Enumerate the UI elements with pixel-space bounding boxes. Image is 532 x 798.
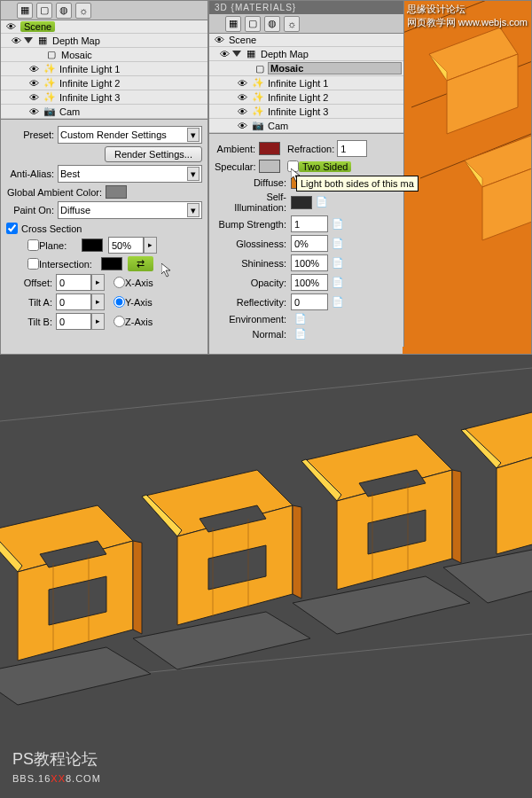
tilta-input[interactable] — [56, 293, 91, 310]
eye-icon[interactable]: 👁 — [234, 106, 250, 117]
eye-icon[interactable]: 👁 — [234, 92, 250, 103]
tiltb-input[interactable] — [56, 313, 91, 330]
3d-viewport[interactable]: PS教程论坛 BBS.16XX8.COM — [0, 355, 532, 798]
material-icon[interactable]: ◍ — [56, 3, 72, 19]
mesh-icon[interactable]: ▢ — [36, 3, 52, 19]
normal-label: Normal: — [215, 329, 291, 340]
stepper-icon[interactable]: ▸ — [91, 313, 105, 330]
stepper-icon[interactable]: ▸ — [91, 293, 105, 310]
gac-swatch[interactable] — [106, 185, 127, 199]
expand-icon[interactable] — [232, 51, 241, 57]
flip-highlight[interactable]: ⇄ — [128, 256, 153, 271]
plane-checkbox[interactable] — [27, 239, 39, 251]
eye-icon[interactable]: 👁 — [3, 21, 19, 32]
specular-swatch[interactable] — [259, 160, 280, 173]
stepper-up-icon[interactable]: ▸ — [144, 237, 157, 254]
filter-icon[interactable]: ▦ — [225, 16, 241, 32]
plane-swatch[interactable] — [82, 239, 103, 252]
texture-menu-icon[interactable]: 📄 — [332, 257, 348, 270]
material-icon: ▢ — [43, 49, 59, 60]
texture-menu-icon[interactable]: 📄 — [332, 296, 348, 309]
light-icon: ✨ — [250, 106, 266, 117]
light3-row[interactable]: 👁 ✨ Infinite Light 3 — [1, 90, 207, 105]
svg-marker-29 — [133, 541, 142, 634]
light-icon[interactable]: ☼ — [75, 3, 91, 19]
antialias-dropdown[interactable]: Best ▾ — [58, 165, 202, 183]
texture-menu-icon[interactable]: 📄 — [294, 313, 310, 325]
stepper-icon[interactable]: ▸ — [91, 274, 105, 291]
eye-icon[interactable]: 👁 — [234, 121, 250, 131]
zaxis-radio[interactable] — [113, 316, 125, 327]
mesh-icon[interactable]: ▢ — [245, 16, 261, 32]
chevron-down-icon: ▾ — [187, 128, 200, 142]
refraction-input[interactable] — [337, 140, 367, 157]
cam-row[interactable]: 👁 📷 Cam — [1, 105, 207, 119]
preset-dropdown[interactable]: Custom Render Settings ▾ — [58, 126, 202, 144]
mosaic-row[interactable]: ▢ Mosaic — [1, 48, 207, 62]
yaxis-label: Y-Axis — [125, 297, 153, 308]
offset-label: Offset: — [17, 278, 56, 288]
specular-label: Specular: — [215, 161, 259, 172]
xaxis-radio[interactable] — [113, 277, 125, 288]
light2-label: Infinite Light 2 — [58, 78, 206, 89]
reflect-input[interactable] — [291, 293, 328, 310]
texture-menu-icon[interactable]: 📄 — [316, 196, 332, 208]
panel-icon-row: ▦ ▢ ◍ ☼ — [209, 14, 403, 34]
filter-icon[interactable]: ▦ — [17, 3, 33, 19]
scene-root-row[interactable]: 👁 Scene — [1, 20, 207, 34]
shine-input[interactable] — [291, 254, 328, 271]
opacity-input[interactable] — [291, 274, 328, 291]
cam-row[interactable]: 👁 📷 Cam — [209, 119, 403, 133]
mosaic-row[interactable]: ▢ Mosaic — [209, 61, 403, 76]
material-icon[interactable]: ◍ — [264, 16, 280, 32]
light2-row[interactable]: 👁 ✨ Infinite Light 2 — [209, 90, 403, 105]
svg-marker-0 — [161, 263, 170, 277]
expand-icon[interactable] — [24, 37, 33, 43]
ambient-swatch[interactable] — [259, 142, 280, 155]
gloss-input[interactable] — [291, 235, 328, 252]
panel-title: 3D {MATERIALS} — [209, 1, 403, 14]
selfillum-swatch[interactable] — [291, 196, 312, 209]
texture-menu-icon[interactable]: 📄 — [332, 277, 348, 289]
light-icon: ✨ — [250, 91, 266, 103]
depth-map-row[interactable]: 👁 ▦ Depth Map — [1, 34, 207, 48]
depth-map-row[interactable]: 👁 ▦ Depth Map — [209, 47, 403, 61]
offset-input[interactable] — [56, 274, 91, 291]
render-settings-button[interactable]: Render Settings... — [105, 146, 202, 162]
yaxis-radio[interactable] — [113, 296, 125, 308]
eye-icon[interactable]: 👁 — [8, 35, 24, 46]
chevron-down-icon: ▾ — [187, 167, 200, 181]
offset-stepper[interactable]: ▸ — [56, 274, 105, 291]
eye-icon[interactable]: 👁 — [26, 106, 42, 117]
texture-menu-icon[interactable]: 📄 — [332, 218, 348, 231]
light3-row[interactable]: 👁 ✨ Infinite Light 3 — [209, 105, 403, 119]
texture-menu-icon[interactable]: 📄 — [332, 238, 348, 250]
texture-menu-icon[interactable]: 📄 — [294, 328, 310, 340]
painton-dropdown[interactable]: Diffuse ▾ — [58, 201, 202, 219]
plane-label: Plane: — [39, 240, 82, 251]
eye-icon[interactable]: 👁 — [211, 35, 227, 45]
cross-section-checkbox[interactable] — [6, 223, 18, 234]
cam-label: Cam — [266, 121, 402, 131]
eye-icon[interactable]: 👁 — [26, 78, 42, 89]
intersection-swatch[interactable] — [101, 257, 122, 270]
light1-row[interactable]: 👁 ✨ Infinite Light 1 — [209, 76, 403, 90]
eye-icon[interactable]: 👁 — [26, 64, 42, 74]
tilta-stepper[interactable]: ▸ — [56, 293, 105, 310]
plane-input[interactable] — [108, 237, 144, 254]
eye-icon[interactable]: 👁 — [216, 49, 232, 59]
chevron-down-icon: ▾ — [187, 203, 200, 217]
eye-icon[interactable]: 👁 — [234, 78, 250, 89]
light1-row[interactable]: 👁 ✨ Infinite Light 1 — [1, 62, 207, 76]
watermark-url: www.webjs.com — [458, 17, 528, 27]
light-icon[interactable]: ☼ — [284, 16, 300, 32]
gloss-label: Glossiness: — [215, 239, 291, 249]
intersection-checkbox[interactable] — [27, 258, 39, 270]
light2-label: Infinite Light 2 — [266, 92, 402, 103]
bump-input[interactable] — [291, 215, 328, 232]
light2-row[interactable]: 👁 ✨ Infinite Light 2 — [1, 76, 207, 90]
tiltb-stepper[interactable]: ▸ — [56, 313, 105, 330]
eye-icon[interactable]: 👁 — [26, 92, 42, 103]
plane-stepper[interactable]: ▸ — [108, 237, 157, 254]
scene-root-row[interactable]: 👁 Scene — [209, 34, 403, 47]
